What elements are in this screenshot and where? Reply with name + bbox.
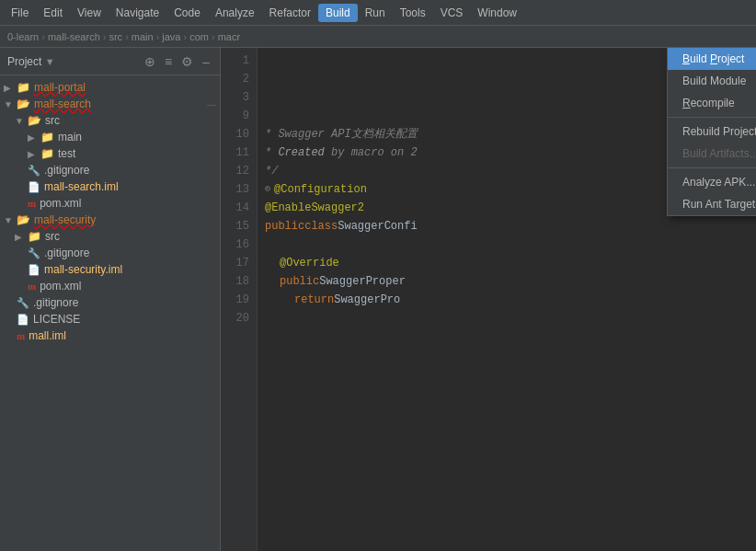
code-line: @Override: [265, 254, 749, 272]
tree-arrow: ▶: [15, 232, 28, 242]
code-keyword: public: [265, 217, 304, 235]
tree-item-mall-iml[interactable]: m mall.iml: [0, 327, 220, 344]
tree-item-pom2[interactable]: m pom.xml: [0, 278, 220, 294]
menu-bar: File Edit View Navigate Code Analyze Ref…: [0, 0, 756, 26]
build-module-item[interactable]: Build Module: [668, 70, 756, 92]
line-num: 2: [221, 70, 249, 88]
breadcrumb-part[interactable]: 0-learn: [7, 31, 39, 42]
tree-arrow: ▼: [4, 99, 17, 109]
tree-item-license[interactable]: 📄 LICENSE: [0, 311, 220, 327]
recompile-item[interactable]: Recompile Ctrl+Shift+: [668, 92, 756, 114]
folder-icon: 📁: [40, 147, 54, 160]
recompile-label: Recompile: [682, 97, 756, 109]
tree-label: pom.xml: [40, 280, 81, 293]
rebuild-project-item[interactable]: Rebuild Project: [668, 121, 756, 143]
breadcrumb-sep: ›: [125, 31, 129, 42]
menu-tools[interactable]: Tools: [393, 4, 433, 22]
analyze-apk-item[interactable]: Analyze APK...: [668, 171, 756, 193]
tree-item-pom1[interactable]: m pom.xml: [0, 195, 220, 212]
tree-item-src[interactable]: ▼ 📂 src: [0, 112, 220, 129]
code-line: return SwaggerPro: [265, 291, 749, 309]
line-num: 15: [221, 217, 249, 235]
sidebar-icon-group: ⊕ ≡ ⚙ –: [142, 53, 212, 70]
menu-refactor[interactable]: Refactor: [262, 4, 318, 22]
tree-item-gitignore2[interactable]: 🔧 .gitignore: [0, 245, 220, 261]
gutter-icon[interactable]: ⊙: [265, 180, 270, 199]
sidebar-settings-icon[interactable]: ⚙: [178, 53, 196, 70]
line-num: 20: [221, 309, 249, 327]
file-icon: 📄: [28, 181, 40, 193]
sidebar-minimize-icon[interactable]: –: [200, 53, 212, 70]
breadcrumb-part[interactable]: com: [189, 31, 209, 42]
breadcrumb-sep: ›: [184, 31, 188, 42]
line-numbers: 1 2 3 9 10 11 12 13 14 15 16 17 18 19 20: [221, 48, 258, 551]
tree-item-mall-search[interactable]: ▼ 📂 mall-search —: [0, 96, 220, 112]
tree-item-main[interactable]: ▶ 📁 main: [0, 129, 220, 145]
menu-run[interactable]: Run: [358, 4, 393, 22]
menu-analyze[interactable]: Analyze: [208, 4, 262, 22]
line-num: 14: [221, 199, 249, 217]
maven-icon: m: [28, 281, 36, 292]
tree-item-gitignore1[interactable]: 🔧 .gitignore: [0, 162, 220, 178]
breadcrumb-part[interactable]: src: [109, 31, 122, 42]
menu-separator: [668, 117, 756, 118]
maven-icon: m: [17, 330, 25, 341]
breadcrumb-part[interactable]: mall-search: [48, 31, 100, 42]
sidebar-collapse-icon[interactable]: ≡: [162, 53, 175, 70]
build-dropdown-menu: Build Project Ctrl+ Build Module Recompi…: [667, 48, 756, 216]
menu-edit[interactable]: Edit: [36, 4, 70, 22]
breadcrumb: 0-learn › mall-search › src › main › jav…: [0, 26, 756, 48]
folder-icon: 📁: [17, 81, 30, 94]
code-line: public SwaggerProper: [265, 272, 749, 291]
menu-vcs[interactable]: VCS: [433, 4, 471, 22]
tree-label: LICENSE: [33, 313, 80, 326]
build-project-item[interactable]: Build Project Ctrl+: [668, 48, 756, 70]
menu-file[interactable]: File: [4, 4, 36, 22]
breadcrumb-sep: ›: [41, 31, 45, 42]
sidebar: Project ▼ ⊕ ≡ ⚙ – ▶ 📁 mall-portal ▼ 📂 ma…: [0, 48, 221, 551]
tree-item-mall-security-iml[interactable]: 📄 mall-security.iml: [0, 261, 220, 278]
code-line: [265, 309, 749, 327]
line-num: 11: [221, 143, 249, 162]
editor-area: 1 2 3 9 10 11 12 13 14 15 16 17 18 19 20: [221, 48, 756, 551]
line-num: 9: [221, 107, 249, 125]
sidebar-header: Project ▼ ⊕ ≡ ⚙ –: [0, 48, 220, 75]
tree-arrow: ▶: [4, 83, 17, 93]
tree-item-mall-security[interactable]: ▼ 📂 mall-security: [0, 212, 220, 228]
file-icon: 🔧: [28, 247, 40, 259]
breadcrumb-part[interactable]: main: [132, 31, 154, 42]
tree-item-mall-portal[interactable]: ▶ 📁 mall-portal: [0, 79, 220, 96]
tree-item-mall-search-iml[interactable]: 📄 mall-search.iml: [0, 178, 220, 195]
line-num: 10: [221, 125, 249, 143]
line-num: 16: [221, 235, 249, 254]
folder-icon: 📁: [28, 230, 41, 243]
menu-build[interactable]: Build: [318, 4, 358, 22]
tree-item-test[interactable]: ▶ 📁 test: [0, 145, 220, 162]
code-keyword: return: [294, 291, 334, 309]
folder-icon: 📁: [40, 131, 54, 143]
breadcrumb-part[interactable]: macr: [218, 31, 240, 42]
menu-view[interactable]: View: [70, 4, 109, 22]
menu-code[interactable]: Code: [166, 4, 208, 22]
run-ant-target-item[interactable]: Run Ant Target Ctrl+Shift+F: [668, 193, 756, 215]
tree-arrow: ▼: [15, 116, 28, 126]
tree-item-gitignore3[interactable]: 🔧 .gitignore: [0, 294, 220, 311]
breadcrumb-sep: ›: [156, 31, 160, 42]
menu-navigate[interactable]: Navigate: [109, 4, 166, 22]
code-comment: * Swagger API文档相关配置: [265, 125, 418, 143]
code-class: SwaggerProper: [319, 272, 406, 291]
project-tree: ▶ 📁 mall-portal ▼ 📂 mall-search — ▼ 📂 sr…: [0, 75, 220, 551]
menu-separator: [668, 167, 756, 168]
code-annotation: @EnableSwagger2: [265, 199, 364, 217]
line-num: 13: [221, 180, 249, 199]
build-artifacts-label: Build Artifacts...: [682, 147, 756, 160]
tree-arrow: ▼: [4, 215, 17, 225]
breadcrumb-part[interactable]: java: [162, 31, 180, 42]
tree-label: .gitignore: [44, 247, 89, 259]
tree-label: mall-portal: [34, 81, 86, 94]
sidebar-locate-icon[interactable]: ⊕: [142, 53, 158, 70]
tree-item-src2[interactable]: ▶ 📁 src: [0, 228, 220, 245]
file-icon: 🔧: [28, 165, 40, 177]
file-icon: 🔧: [17, 297, 29, 309]
menu-window[interactable]: Window: [470, 4, 524, 22]
